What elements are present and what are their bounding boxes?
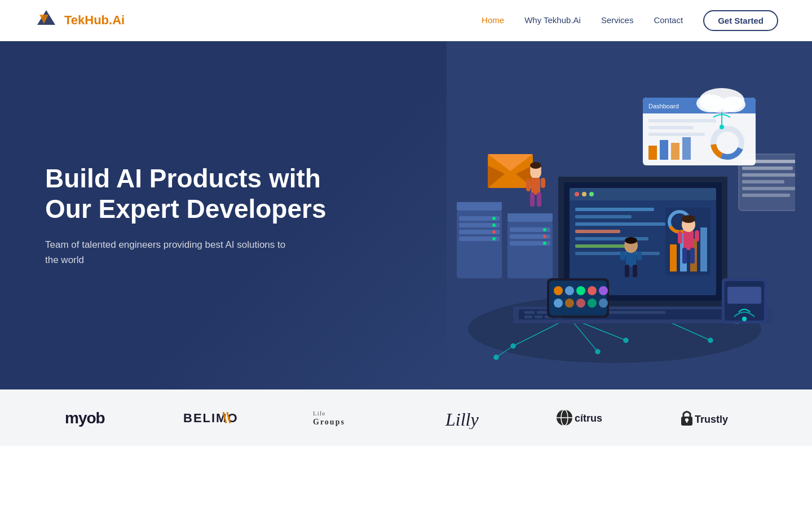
- navbar: TekHub.Ai Home Why Tekhub.Ai Services Co…: [0, 0, 812, 41]
- svg-rect-100: [531, 178, 540, 195]
- nav-link-home[interactable]: Home: [482, 15, 504, 25]
- svg-point-113: [682, 215, 695, 223]
- svg-point-10: [595, 349, 600, 354]
- svg-rect-104: [541, 178, 545, 188]
- nav-item-services[interactable]: Services: [601, 15, 634, 25]
- nav-link-why[interactable]: Why Tekhub.Ai: [524, 15, 581, 25]
- svg-rect-88: [648, 146, 657, 160]
- client-logo-belimo: BELIMO: [183, 406, 251, 429]
- svg-text:Lilly: Lilly: [445, 409, 479, 429]
- svg-point-55: [492, 237, 496, 240]
- nav-item-cta[interactable]: Get Started: [703, 10, 778, 31]
- svg-rect-42: [524, 316, 532, 318]
- svg-point-67: [554, 286, 563, 295]
- svg-point-116: [625, 237, 637, 244]
- svg-text:Trustly: Trustly: [695, 414, 728, 425]
- svg-text:Dashboard: Dashboard: [648, 103, 679, 110]
- svg-rect-27: [575, 252, 660, 255]
- svg-rect-23: [575, 222, 665, 226]
- hero-title: Build AI Products with Our Expert Develo…: [45, 163, 338, 225]
- svg-rect-109: [690, 248, 695, 264]
- get-started-button[interactable]: Get Started: [703, 10, 778, 31]
- svg-rect-21: [575, 208, 654, 211]
- svg-rect-107: [683, 230, 694, 250]
- svg-point-9: [511, 344, 515, 348]
- svg-rect-102: [537, 192, 541, 207]
- client-logo-myob: myob: [65, 406, 121, 429]
- svg-point-71: [599, 286, 608, 295]
- svg-rect-86: [648, 126, 694, 129]
- svg-point-70: [588, 286, 597, 295]
- svg-rect-108: [682, 248, 687, 264]
- belimo-logo-svg: BELIMO: [183, 406, 251, 429]
- hero-illustration: Dashboard: [400, 52, 795, 386]
- svg-point-73: [565, 299, 574, 308]
- svg-rect-119: [620, 251, 625, 260]
- svg-point-20: [589, 192, 594, 196]
- logo-text: TekHub.Ai: [64, 13, 125, 28]
- svg-rect-127: [742, 167, 793, 170]
- svg-point-69: [576, 286, 585, 295]
- clients-strip: myob BELIMO Life Groups Lilly cítrus: [0, 389, 812, 446]
- svg-rect-29: [670, 244, 677, 271]
- logo-text-main: TekHub.: [64, 13, 112, 27]
- svg-rect-66: [549, 281, 607, 316]
- svg-point-11: [624, 338, 628, 343]
- svg-rect-128: [742, 173, 795, 177]
- svg-rect-91: [682, 137, 691, 160]
- client-logo-trustly: Trustly: [679, 406, 747, 429]
- svg-rect-85: [648, 119, 716, 122]
- hero-content: Build AI Products with Our Expert Develo…: [0, 163, 338, 268]
- svg-text:cítrus: cítrus: [575, 413, 602, 424]
- svg-point-72: [554, 299, 563, 308]
- client-logo-citrus: cítrus: [555, 406, 617, 429]
- svg-rect-117: [625, 265, 629, 277]
- svg-text:myob: myob: [65, 409, 105, 427]
- lifegroups-logo-svg: Life Groups: [313, 406, 381, 429]
- svg-point-106: [530, 162, 541, 169]
- svg-point-19: [582, 192, 586, 196]
- svg-point-68: [565, 286, 574, 295]
- svg-point-76: [599, 299, 608, 308]
- svg-rect-87: [648, 133, 705, 136]
- hero-subtitle: Team of talented engineers providing bes…: [45, 237, 288, 268]
- svg-point-52: [492, 217, 496, 220]
- svg-point-98: [720, 125, 724, 129]
- svg-rect-145: [686, 420, 687, 423]
- nav-item-home[interactable]: Home: [482, 15, 504, 25]
- svg-rect-32: [700, 227, 707, 271]
- svg-rect-22: [575, 215, 632, 218]
- svg-rect-110: [678, 231, 682, 244]
- nav-item-contact[interactable]: Contact: [654, 15, 683, 25]
- trustly-logo-svg: Trustly: [679, 406, 747, 429]
- svg-rect-118: [633, 265, 637, 277]
- nav-link-services[interactable]: Services: [601, 15, 634, 25]
- svg-rect-37: [524, 311, 535, 314]
- svg-rect-24: [575, 230, 620, 233]
- svg-point-13: [494, 355, 498, 360]
- citrus-logo-svg: cítrus: [555, 406, 617, 429]
- logo[interactable]: TekHub.Ai: [34, 8, 125, 33]
- svg-rect-111: [695, 230, 699, 242]
- svg-point-61: [543, 228, 546, 231]
- svg-text:Groups: Groups: [313, 418, 345, 426]
- client-logo-lifegroups: Life Groups: [313, 406, 381, 429]
- svg-point-75: [588, 299, 597, 308]
- svg-point-18: [575, 192, 579, 196]
- svg-rect-64: [508, 213, 553, 222]
- svg-point-53: [492, 224, 496, 227]
- svg-rect-120: [637, 251, 642, 260]
- svg-point-54: [492, 230, 496, 234]
- svg-rect-43: [535, 316, 542, 318]
- svg-rect-103: [526, 179, 531, 191]
- myob-logo-svg: myob: [65, 406, 121, 429]
- svg-rect-25: [575, 237, 648, 240]
- svg-point-12: [708, 338, 713, 343]
- svg-rect-90: [671, 143, 679, 160]
- nav-link-contact[interactable]: Contact: [654, 15, 683, 25]
- lilly-logo-svg: Lilly: [443, 406, 493, 429]
- client-logo-lilly: Lilly: [443, 406, 493, 429]
- nav-item-why[interactable]: Why Tekhub.Ai: [524, 15, 581, 25]
- svg-point-97: [721, 97, 745, 112]
- svg-point-96: [696, 94, 725, 112]
